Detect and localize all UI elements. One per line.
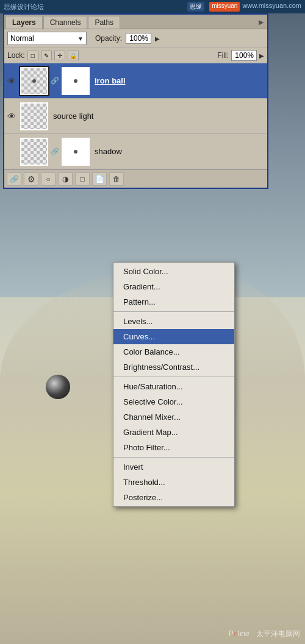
- menu-item-hue-saturation[interactable]: Hue/Saturation...: [113, 379, 234, 394]
- menu-item-selective-color[interactable]: Selective Color...: [113, 394, 234, 409]
- eye-icon-iron-ball: 👁: [7, 76, 16, 86]
- layer-name-shadow: shadow: [92, 147, 266, 156]
- link-icon-iron-ball: 🔗: [51, 77, 59, 85]
- blend-mode-arrow: ▼: [77, 35, 84, 42]
- link-icon-shadow: 🔗: [51, 147, 59, 156]
- lock-label: Lock:: [7, 51, 25, 60]
- lock-all-icon[interactable]: 🔒: [68, 51, 79, 60]
- eye-icon-source-light: 👁: [7, 111, 16, 121]
- fill-arrow[interactable]: ▶: [259, 52, 264, 59]
- layer-row-iron-ball[interactable]: 👁 🔗 iron ball: [4, 63, 267, 99]
- new-group-button[interactable]: □: [75, 172, 90, 186]
- fill-label: Fill:: [217, 51, 229, 60]
- panel-menu-arrow[interactable]: ▶: [256, 17, 266, 27]
- layer-thumb-iron-ball: [20, 67, 48, 95]
- menu-item-threshold[interactable]: Threshold...: [113, 475, 234, 490]
- opacity-label: Opacity:: [95, 34, 122, 43]
- mask-dot-iron-ball: [74, 79, 77, 83]
- fill-value[interactable]: 100%: [231, 50, 257, 61]
- footer-watermark: P○line 太平洋电脑网: [229, 629, 300, 639]
- context-menu: Solid Color... Gradient... Pattern... Le…: [113, 262, 235, 507]
- footer-site: 太平洋电脑网: [256, 629, 300, 638]
- layers-list: 👁 🔗 iron ball 👁 source light: [4, 63, 267, 169]
- separator-3: [113, 457, 234, 458]
- layer-thumb-source-light: [20, 102, 48, 130]
- layer-mask-shadow: [62, 138, 90, 166]
- layer-visibility-source-light[interactable]: 👁: [5, 110, 18, 122]
- menu-item-posterize[interactable]: Posterize...: [113, 490, 234, 505]
- menu-item-solid-color[interactable]: Solid Color...: [113, 264, 234, 279]
- thumb-dot-iron-ball: [32, 79, 36, 83]
- layers-panel: Layers Channels Paths ▶ Normal ▼ Opacity…: [3, 13, 268, 189]
- blend-mode-value: Normal: [10, 34, 34, 43]
- menu-item-gradient[interactable]: Gradient...: [113, 279, 234, 294]
- menu-item-levels[interactable]: Levels...: [113, 314, 234, 329]
- menu-item-channel-mixer[interactable]: Channel Mixer...: [113, 409, 234, 425]
- tab-layers[interactable]: Layers: [5, 16, 43, 29]
- separator-2: [113, 377, 234, 377]
- watermark-site1: 思缘设计论坛: [4, 2, 44, 12]
- menu-item-brightness-contrast[interactable]: Brightness/Contrast...: [113, 359, 234, 375]
- menu-item-curves[interactable]: Curves...: [113, 329, 234, 344]
- new-layer-button[interactable]: 📄: [92, 172, 107, 186]
- panel-toolbar: 🔗 ⚙ ○ ◑ □ 📄 🗑: [4, 169, 267, 188]
- layer-row-shadow[interactable]: 🔗 shadow: [4, 134, 267, 169]
- lock-move-icon[interactable]: ✛: [54, 51, 65, 60]
- blend-mode-select[interactable]: Normal ▼: [7, 32, 87, 45]
- menu-item-gradient-map[interactable]: Gradient Map...: [113, 425, 234, 440]
- lock-transparent-icon[interactable]: □: [27, 51, 38, 60]
- layer-thumb-shadow: [20, 138, 48, 166]
- link-layers-button[interactable]: 🔗: [7, 172, 21, 186]
- layer-name-iron-ball: iron ball: [92, 76, 266, 85]
- watermark-site2: www.missyuan.com: [242, 2, 301, 12]
- menu-item-pattern[interactable]: Pattern...: [113, 294, 234, 310]
- layer-style-button[interactable]: ⚙: [24, 172, 38, 186]
- tab-channels[interactable]: Channels: [43, 16, 88, 29]
- layer-name-source-light: source light: [51, 111, 266, 121]
- menu-item-color-balance[interactable]: Color Balance...: [113, 344, 234, 359]
- lock-row: Lock: □ ✎ ✛ 🔒 Fill: 100% ▶: [4, 48, 267, 63]
- panel-tabs: Layers Channels Paths ▶: [4, 15, 267, 29]
- watermark-bar: 思缘设计论坛 思缘 missyuan www.missyuan.com: [0, 0, 305, 13]
- adjustment-layer-button[interactable]: ◑: [58, 172, 73, 186]
- opacity-value[interactable]: 100%: [126, 33, 151, 44]
- blend-mode-row: Normal ▼ Opacity: 100% ▶: [4, 29, 267, 48]
- lock-image-icon[interactable]: ✎: [41, 51, 52, 60]
- add-mask-button[interactable]: ○: [41, 172, 56, 186]
- mask-dot-shadow: [74, 150, 77, 154]
- paoline-text: P○line: [229, 629, 249, 638]
- opacity-arrow[interactable]: ▶: [155, 35, 160, 42]
- tab-paths[interactable]: Paths: [88, 16, 120, 29]
- layer-visibility-iron-ball[interactable]: 👁: [5, 75, 18, 87]
- menu-item-invert[interactable]: Invert: [113, 459, 234, 475]
- layer-visibility-shadow[interactable]: [5, 146, 18, 158]
- separator-1: [113, 311, 234, 312]
- layer-mask-iron-ball: [62, 67, 90, 95]
- layer-row-source-light[interactable]: 👁 source light: [4, 99, 267, 134]
- menu-item-photo-filter[interactable]: Photo Filter...: [113, 440, 234, 455]
- logo-box-1: 思缘: [187, 2, 204, 12]
- logo-box-2: missyuan: [209, 2, 240, 12]
- delete-layer-button[interactable]: 🗑: [109, 172, 124, 186]
